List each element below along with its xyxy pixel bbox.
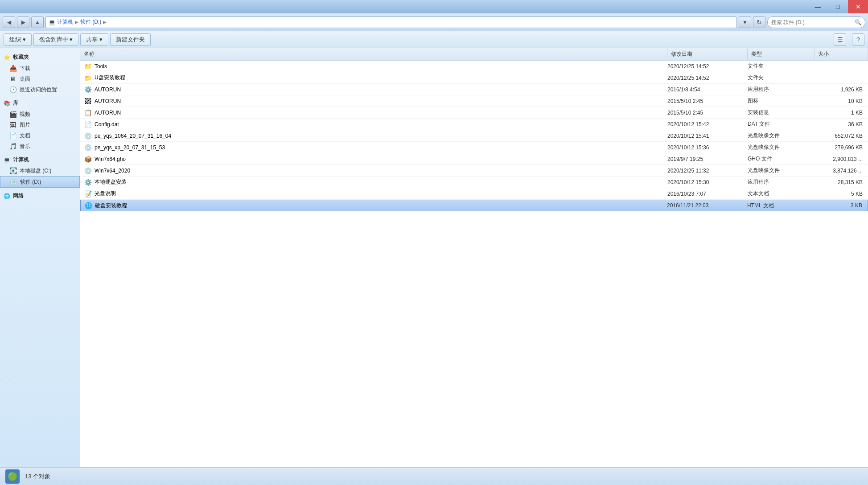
disk-c-icon: 💽	[9, 167, 17, 175]
table-row[interactable]: 🌐 硬盘安装教程 2016/11/21 22:03 HTML 文档 3 KB	[80, 200, 868, 211]
table-row[interactable]: 📁 U盘安装教程 2020/12/25 14:52 文件夹	[80, 72, 868, 84]
file-size: 279,696 KB	[815, 144, 868, 151]
file-date: 2020/10/12 15:36	[667, 144, 748, 151]
sidebar-item-downloads[interactable]: 📥 下载	[0, 63, 80, 74]
table-row[interactable]: 💿 Win7x64_2020 2020/12/25 11:32 光盘映像文件 3…	[80, 165, 868, 177]
search-bar: 🔍	[767, 16, 865, 28]
file-type-icon: 📋	[84, 109, 92, 117]
file-name: 📁 Tools	[80, 62, 667, 70]
table-row[interactable]: ⚙️ AUTORUN 2016/1/8 4:54 应用程序 1,926 KB	[80, 84, 868, 95]
sidebar-item-desktop[interactable]: 🖥 桌面	[0, 74, 80, 84]
table-row[interactable]: 📁 Tools 2020/12/25 14:52 文件夹	[80, 61, 868, 72]
file-type: 图标	[748, 97, 815, 105]
minimize-button[interactable]: —	[808, 0, 828, 13]
search-input[interactable]	[771, 19, 853, 25]
file-size: 3,874,126 ...	[815, 168, 868, 174]
file-type: DAT 文件	[748, 120, 815, 128]
file-date: 2020/12/25 14:52	[667, 63, 748, 70]
sidebar: ⭐ 收藏夹 📥 下载 🖥 桌面 🕐 最近访问的位置 📚 库	[0, 48, 80, 467]
file-date: 2015/5/10 2:45	[667, 98, 748, 104]
back-button[interactable]: ◀	[3, 16, 15, 28]
sidebar-item-software-d[interactable]: 💿 软件 (D:)	[0, 176, 80, 188]
network-label: 网络	[13, 192, 24, 200]
col-header-size[interactable]: 大小	[815, 48, 868, 60]
dropdown-button[interactable]: ▼	[739, 16, 751, 28]
refresh-button[interactable]: ↻	[753, 16, 765, 28]
view-button[interactable]: ☰	[834, 33, 846, 46]
table-row[interactable]: ⚙️ 本地硬盘安装 2020/10/12 15:30 应用程序 28,315 K…	[80, 177, 868, 188]
forward-button[interactable]: ▶	[17, 16, 29, 28]
file-name-text: 本地硬盘安装	[95, 178, 127, 186]
help-button[interactable]: ?	[852, 33, 864, 46]
sidebar-item-doc[interactable]: 📄 文档	[0, 130, 80, 141]
file-name-text: AUTORUN	[95, 110, 121, 116]
library-header[interactable]: 📚 库	[0, 98, 80, 109]
file-size: 28,315 KB	[815, 179, 868, 185]
include-library-button[interactable]: 包含到库中 ▾	[33, 33, 79, 46]
maximize-button[interactable]: □	[828, 0, 848, 13]
network-section: 🌐 网络	[0, 190, 80, 201]
table-row[interactable]: 🖼 AUTORUN 2015/5/10 2:45 图标 10 KB	[80, 95, 868, 107]
filelist-header: 名称 修改日期 类型 大小	[80, 48, 868, 61]
file-name: 🌐 硬盘安装教程	[81, 201, 667, 210]
computer-icon: 💻	[4, 157, 10, 163]
file-date: 2020/10/12 15:42	[667, 121, 748, 127]
disk-d-icon: 💿	[9, 178, 17, 186]
up-button[interactable]: ▲	[31, 16, 44, 28]
file-name-text: pe_yqs_xp_20_07_31_15_53	[95, 144, 165, 151]
sidebar-item-music[interactable]: 🎵 音乐	[0, 141, 80, 152]
col-header-date[interactable]: 修改日期	[667, 48, 748, 60]
table-row[interactable]: 💿 pe_yqs_1064_20_07_31_16_04 2020/10/12 …	[80, 130, 868, 142]
table-row[interactable]: 📝 光盘说明 2016/10/23 7:07 文本文档 5 KB	[80, 188, 868, 200]
doc-icon: 📄	[9, 132, 17, 140]
file-name-text: 硬盘安装教程	[95, 202, 127, 210]
sidebar-item-image[interactable]: 🖼 图片	[0, 119, 80, 130]
addressbar: ◀ ▶ ▲ 💻 计算机 ▶ 软件 (D:) ▶ ▼ ↻ 🔍	[0, 13, 868, 31]
computer-header[interactable]: 💻 计算机	[0, 154, 80, 165]
file-type: 应用程序	[748, 86, 815, 93]
col-header-name[interactable]: 名称	[80, 48, 667, 60]
file-name-text: Tools	[95, 63, 107, 70]
new-folder-button[interactable]: 新建文件夹	[110, 33, 151, 46]
sidebar-item-video[interactable]: 🎬 视频	[0, 109, 80, 119]
main-area: ⭐ 收藏夹 📥 下载 🖥 桌面 🕐 最近访问的位置 📚 库	[0, 48, 868, 467]
file-size: 2,900,813 ...	[815, 156, 868, 162]
file-type: 光盘映像文件	[748, 167, 815, 174]
downloads-icon: 📥	[9, 64, 17, 72]
library-label: 库	[13, 99, 18, 107]
table-row[interactable]: 📄 Config.dat 2020/10/12 15:42 DAT 文件 36 …	[80, 119, 868, 130]
file-size: 652,072 KB	[815, 133, 868, 139]
close-button[interactable]: ✕	[848, 0, 868, 13]
table-row[interactable]: 💿 pe_yqs_xp_20_07_31_15_53 2020/10/12 15…	[80, 142, 868, 153]
sidebar-item-local-c[interactable]: 💽 本地磁盘 (C:)	[0, 165, 80, 176]
file-date: 2020/12/25 14:52	[667, 75, 748, 81]
table-row[interactable]: 📋 AUTORUN 2015/5/10 2:45 安装信息 1 KB	[80, 107, 868, 119]
col-header-type[interactable]: 类型	[748, 48, 815, 60]
file-date: 2016/10/23 7:07	[667, 191, 748, 197]
file-name-text: pe_yqs_1064_20_07_31_16_04	[95, 133, 171, 139]
file-name: ⚙️ AUTORUN	[80, 86, 667, 94]
network-header[interactable]: 🌐 网络	[0, 190, 80, 201]
share-button[interactable]: 共享 ▾	[80, 33, 108, 46]
toolbar-separator	[849, 34, 849, 45]
file-type-icon: 🖼	[84, 97, 92, 105]
network-icon: 🌐	[4, 193, 10, 199]
file-type: 光盘映像文件	[748, 144, 815, 151]
file-date: 2020/10/12 15:30	[667, 179, 748, 185]
organize-button[interactable]: 组织 ▾	[4, 33, 32, 46]
breadcrumb-computer[interactable]: 计算机	[57, 18, 73, 26]
file-name-text: AUTORUN	[95, 98, 121, 104]
favorites-header[interactable]: ⭐ 收藏夹	[0, 52, 80, 63]
sidebar-item-recent[interactable]: 🕐 最近访问的位置	[0, 84, 80, 95]
breadcrumb-icon: 💻	[49, 19, 55, 25]
recent-label: 最近访问的位置	[20, 86, 57, 94]
file-size: 1,926 KB	[815, 86, 868, 93]
video-icon: 🎬	[9, 110, 17, 118]
desktop-icon: 🖥	[9, 75, 17, 83]
table-row[interactable]: 📦 Win7x64.gho 2019/9/7 19:25 GHO 文件 2,90…	[80, 153, 868, 165]
toolbar: 组织 ▾ 包含到库中 ▾ 共享 ▾ 新建文件夹 ☰ ?	[0, 31, 868, 48]
file-type: GHO 文件	[748, 155, 815, 163]
file-type-icon: 📦	[84, 155, 92, 163]
file-type: 文件夹	[748, 62, 815, 70]
breadcrumb-drive[interactable]: 软件 (D:)	[80, 18, 101, 26]
